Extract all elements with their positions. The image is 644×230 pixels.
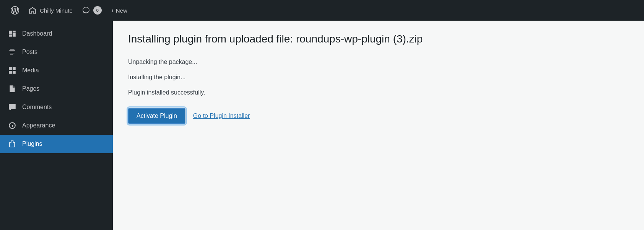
sidebar-item-label-pages: Pages [22, 85, 39, 92]
pages-icon [8, 84, 17, 93]
sidebar-item-media[interactable]: Media [0, 61, 113, 80]
status-line-2: Installing the plugin... [128, 73, 629, 82]
home-icon [28, 6, 37, 15]
wp-logo-link[interactable] [6, 0, 24, 21]
sidebar-item-label-appearance: Appearance [22, 122, 55, 129]
sidebar-item-posts[interactable]: Posts [0, 43, 113, 61]
site-name-link[interactable]: Chilly Minute [24, 0, 77, 21]
sidebar-item-label-dashboard: Dashboard [22, 30, 52, 37]
activate-plugin-button[interactable]: Activate Plugin [128, 108, 185, 124]
action-row: Activate Plugin Go to Plugin Installer [128, 108, 629, 124]
site-name: Chilly Minute [40, 7, 73, 14]
sidebar-item-label-plugins: Plugins [22, 140, 42, 147]
main-content: Installing plugin from uploaded file: ro… [113, 21, 644, 230]
comments-sidebar-icon [8, 103, 17, 112]
posts-icon [8, 47, 17, 57]
page-title: Installing plugin from uploaded file: ro… [128, 32, 629, 46]
main-layout: Dashboard Posts Media Pages Comments [0, 21, 644, 230]
sidebar-item-pages[interactable]: Pages [0, 80, 113, 98]
sidebar-item-dashboard[interactable]: Dashboard [0, 24, 113, 43]
admin-bar: Chilly Minute 0 + New [0, 0, 644, 21]
new-content-label: + New [111, 7, 127, 14]
sidebar-item-label-comments: Comments [22, 104, 52, 111]
new-content-link[interactable]: + New [106, 0, 132, 21]
comments-icon [82, 6, 90, 15]
sidebar-item-appearance[interactable]: Appearance [0, 116, 113, 135]
status-line-3: Plugin installed successfully. [128, 88, 629, 97]
status-line-1: Unpacking the package... [128, 57, 629, 67]
comments-link[interactable]: 0 [77, 0, 106, 21]
sidebar-item-label-posts: Posts [22, 49, 37, 55]
appearance-icon [8, 121, 17, 130]
wordpress-icon [11, 6, 19, 15]
dashboard-icon [8, 29, 17, 38]
sidebar-item-label-media: Media [22, 67, 39, 74]
comment-count: 0 [93, 6, 102, 15]
sidebar-item-comments[interactable]: Comments [0, 98, 113, 116]
media-icon [8, 66, 17, 75]
sidebar-item-plugins[interactable]: Plugins [0, 135, 113, 153]
sidebar: Dashboard Posts Media Pages Comments [0, 21, 113, 230]
go-to-installer-link[interactable]: Go to Plugin Installer [193, 113, 250, 119]
plugins-icon [8, 139, 17, 148]
